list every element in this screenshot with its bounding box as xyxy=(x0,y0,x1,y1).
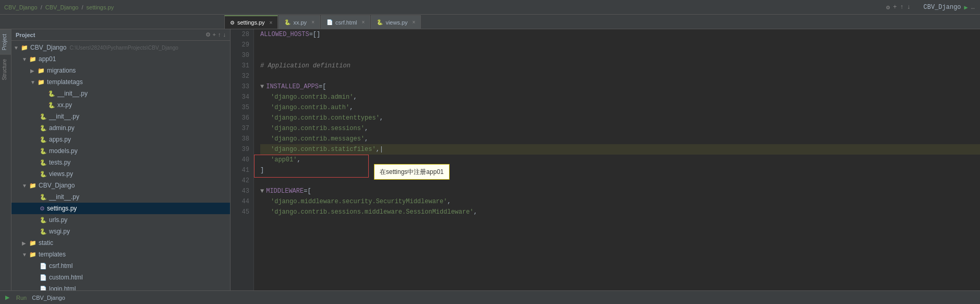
tab-xx-label: xx.py xyxy=(293,19,307,26)
code-line-41: ] xyxy=(260,165,980,176)
hint-popup-text: 在settings中注册app01 xyxy=(380,168,444,176)
tab-xx-close[interactable]: × xyxy=(311,19,314,25)
panel-header: Project ⚙ + ↑ ↓ xyxy=(11,29,230,41)
status-run-name: CBV_Django xyxy=(32,295,65,301)
tree-app01-init[interactable]: 🐍 __init__.py xyxy=(11,111,230,122)
tree-templatetags[interactable]: ▼ 📁 templatetags xyxy=(11,76,230,88)
xx-tab-icon: 🐍 xyxy=(284,19,291,25)
tab-settings[interactable]: ⚙ settings.py × xyxy=(224,15,278,29)
tab-views-close[interactable]: × xyxy=(413,19,416,25)
project-panel: Project ⚙ + ↑ ↓ ▼ 📁 CBV_Django C:\Users\… xyxy=(11,29,231,290)
tree-admin[interactable]: 🐍 admin.py xyxy=(11,122,230,134)
toolbar-icon-3[interactable]: ↑ xyxy=(900,4,903,11)
tree-wsgi[interactable]: 🐍 wsgi.py xyxy=(11,226,230,237)
code-line-35: 'django.contrib.auth' , xyxy=(260,102,980,113)
tab-bar: ⚙ settings.py × 🐍 xx.py × 📄 csrf.html × … xyxy=(0,15,980,29)
code-line-32 xyxy=(260,71,980,81)
csrf-tab-icon: 📄 xyxy=(326,19,333,25)
breadcrumb: CBV_Django / CBV_Django / settings.py xyxy=(4,4,114,10)
root-arrow: ▼ xyxy=(14,45,20,51)
file-tree: ▼ 📁 CBV_Django C:\Users\28240\PycharmPro… xyxy=(11,41,230,290)
tab-xx[interactable]: 🐍 xx.py × xyxy=(279,15,320,29)
breadcrumb-part-3[interactable]: settings.py xyxy=(87,4,114,10)
tree-urls[interactable]: 🐍 urls.py xyxy=(11,214,230,226)
tab-views-label: views.py xyxy=(385,19,407,26)
editor-area[interactable]: 28 29 30 31 32 33 34 35 36 37 38 39 40 4… xyxy=(231,29,980,290)
vtab-structure[interactable]: Structure xyxy=(0,54,11,85)
tree-app01-views[interactable]: 🐍 views.py xyxy=(11,168,230,180)
code-line-39: 'django.contrib.staticfiles' , | xyxy=(260,144,980,155)
views-tab-icon: 🐍 xyxy=(377,19,383,25)
code-line-31: # Application definition xyxy=(260,61,980,71)
line-numbers: 28 29 30 31 32 33 34 35 36 37 38 39 40 4… xyxy=(231,29,254,290)
settings-tab-icon: ⚙ xyxy=(230,20,235,26)
root-folder-icon: 📁 xyxy=(21,44,28,51)
tree-tests[interactable]: 🐍 tests.py xyxy=(11,157,230,168)
code-line-34: 'django.contrib.admin' , xyxy=(260,92,980,102)
tab-settings-close[interactable]: × xyxy=(270,20,273,26)
tree-static[interactable]: ▶ 📁 static xyxy=(11,237,230,249)
panel-title: Project xyxy=(16,32,35,38)
tree-templatetags-xx[interactable]: 🐍 xx.py xyxy=(11,99,230,111)
code-line-42 xyxy=(260,176,980,186)
main-layout: Project Structure Project ⚙ + ↑ ↓ ▼ 📁 CB… xyxy=(0,29,980,290)
editor-scroll: 28 29 30 31 32 33 34 35 36 37 38 39 40 4… xyxy=(231,29,980,290)
code-content[interactable]: ALLOWED_HOSTS = [] # Application definit… xyxy=(254,29,980,290)
panel-icon-up[interactable]: ↑ xyxy=(218,31,221,38)
root-path: C:\Users\28240\PycharmProjects\CBV_Djang… xyxy=(69,45,178,51)
code-line-43: ▼ MIDDLEWARE = [ xyxy=(260,186,980,196)
tree-cbvdjango[interactable]: ▼ 📁 CBV_Django xyxy=(11,180,230,191)
tree-models[interactable]: 🐍 models.py xyxy=(11,145,230,157)
code-line-44: 'django.middleware.security.SecurityMidd… xyxy=(260,196,980,207)
tree-templates[interactable]: ▼ 📁 templates xyxy=(11,249,230,260)
tab-csrf-close[interactable]: × xyxy=(362,19,365,25)
run-icon[interactable]: ▶ xyxy=(964,4,968,11)
tree-migrations[interactable]: ▶ 📁 migrations xyxy=(11,65,230,76)
tab-csrf[interactable]: 📄 csrf.html × xyxy=(321,15,370,29)
panel-icon-plus[interactable]: + xyxy=(213,31,216,38)
code-line-38: 'django.contrib.messages' , xyxy=(260,134,980,144)
app-title: CBV_Django xyxy=(924,4,961,11)
status-run-label: Run xyxy=(16,295,27,301)
tab-csrf-label: csrf.html xyxy=(335,19,357,26)
root-label: CBV_Django xyxy=(30,44,66,51)
toolbar-icon-4[interactable]: ↓ xyxy=(907,4,911,11)
tree-app01[interactable]: ▼ 📁 app01 xyxy=(11,53,230,65)
tree-custom[interactable]: 📄 custom.html xyxy=(11,272,230,283)
breadcrumb-part-1[interactable]: CBV_Django xyxy=(4,4,38,10)
vertical-tabs: Project Structure xyxy=(0,29,11,290)
toolbar-icon-1[interactable]: ⚙ xyxy=(886,4,890,11)
breadcrumb-part-2[interactable]: CBV_Django xyxy=(45,4,79,10)
code-line-30 xyxy=(260,50,980,61)
tree-login[interactable]: 📄 login.html xyxy=(11,283,230,290)
panel-icons: ⚙ + ↑ ↓ xyxy=(205,31,226,38)
right-toolbar: ⚙ + ↑ ↓ CBV_Django ▶ … xyxy=(886,0,980,15)
hint-popup: 在settings中注册app01 xyxy=(374,164,450,180)
tab-settings-label: settings.py xyxy=(237,19,265,26)
panel-icon-gear[interactable]: ⚙ xyxy=(205,31,211,38)
tree-templatetags-init[interactable]: 🐍 __init__.py xyxy=(11,88,230,99)
tree-csrf[interactable]: 📄 csrf.html xyxy=(11,260,230,272)
code-line-40: 'app01' , xyxy=(260,155,980,165)
tree-settings[interactable]: ⚙ settings.py xyxy=(11,203,230,214)
code-line-33: ▼ INSTALLED_APPS = [ xyxy=(260,81,980,92)
panel-icon-down[interactable]: ↓ xyxy=(223,31,226,38)
code-line-28: ALLOWED_HOSTS = [] xyxy=(260,29,980,40)
toolbar-more[interactable]: … xyxy=(971,4,975,11)
tree-cbvdjango-init[interactable]: 🐍 __init__.py xyxy=(11,191,230,203)
status-bar: ▶ Run CBV_Django xyxy=(0,290,980,304)
toolbar-icon-2[interactable]: + xyxy=(893,4,897,11)
top-breadcrumb-bar: CBV_Django / CBV_Django / settings.py ⚙ … xyxy=(0,0,980,15)
code-line-36: 'django.contrib.contenttypes' , xyxy=(260,113,980,123)
code-line-29 xyxy=(260,40,980,50)
tree-apps[interactable]: 🐍 apps.py xyxy=(11,134,230,145)
code-line-45: 'django.contrib.sessions.middleware.Sess… xyxy=(260,207,980,217)
status-run-icon: ▶ xyxy=(5,294,9,301)
vtab-project[interactable]: Project xyxy=(0,29,11,54)
tree-root[interactable]: ▼ 📁 CBV_Django C:\Users\28240\PycharmPro… xyxy=(11,42,230,53)
code-line-37: 'django.contrib.sessions' , xyxy=(260,123,980,134)
tab-views[interactable]: 🐍 views.py × xyxy=(371,15,421,29)
